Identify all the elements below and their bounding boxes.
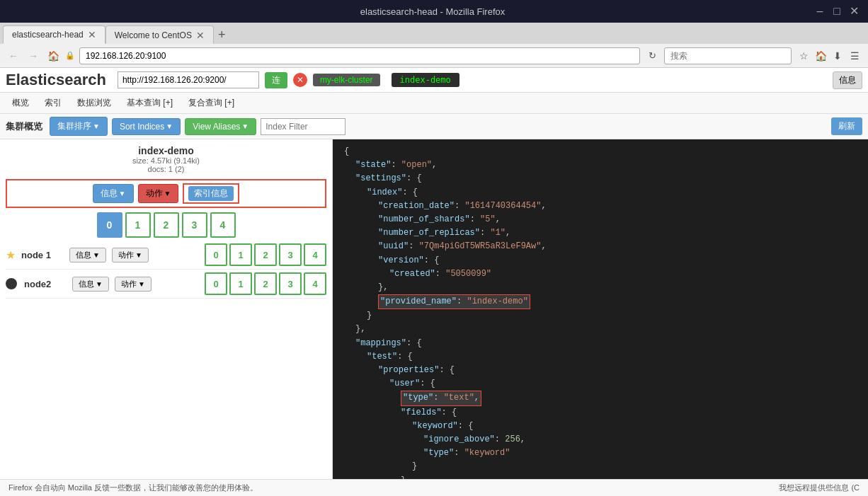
addressbar: ← → 🏠 🔒 ↻ ☆ 🏠 ⬇ ☰ [0, 44, 868, 68]
nav-overview[interactable]: 概览 [6, 95, 35, 111]
minimize-button[interactable]: – [814, 6, 826, 17]
tab-close-icon[interactable]: ✕ [196, 30, 205, 41]
node1-shard-1: 1 [229, 243, 252, 266]
connect-url-input[interactable] [118, 71, 259, 88]
refresh-button[interactable]: 刷新 [831, 117, 862, 135]
json-line: "version": { [378, 254, 857, 267]
json-content: { "state": "open", "settings": { "index"… [333, 139, 868, 479]
view-aliases-button[interactable]: View Aliases ▼ [185, 118, 256, 135]
json-line: "keyword": { [412, 420, 857, 433]
disconnect-button[interactable]: ✕ [293, 73, 307, 87]
app-title: Elasticsearch [6, 71, 106, 89]
node2-row: node2 信息 ▼ 动作 ▼ 0 1 2 3 4 [6, 270, 326, 299]
view-aliases-arrow: ▼ [241, 122, 249, 130]
node2-shard-0: 0 [205, 272, 227, 295]
index-actions-highlight: 信息 ▼ 动作 ▼ 索引信息 [6, 179, 326, 208]
home-button[interactable]: 🏠 [45, 48, 61, 64]
tab-welcome-centos[interactable]: Welcome to CentOS ✕ [105, 25, 214, 44]
node1-shard-0: 0 [205, 243, 227, 266]
cluster-sort-arrow: ▼ [93, 122, 100, 130]
tab-label: elasticsearch-head [12, 30, 84, 40]
menu-icon[interactable]: ☰ [847, 48, 862, 64]
json-line: "uuid": "7Qm4piGdT5WR5aR3LeF9Aw", [378, 240, 857, 253]
new-tab-button[interactable]: + [214, 25, 230, 44]
statusbar-right: 我想远程提供些信息 (C [779, 483, 860, 493]
index-demo-tab[interactable]: index-demo [392, 73, 459, 87]
index-info-popup: 索引信息 [183, 183, 239, 204]
json-line: "test": { [367, 350, 857, 364]
json-line: "state": "open", [355, 158, 857, 172]
node2-info-button[interactable]: 信息 ▼ [72, 277, 109, 292]
node2-name: node2 [24, 279, 67, 289]
cluster-name: my-elk-cluster [313, 74, 380, 86]
nav-basic-query[interactable]: 基本查询 [+] [120, 95, 179, 111]
close-button[interactable]: ✕ [848, 6, 860, 17]
nav-complex-query[interactable]: 复合查询 [+] [182, 95, 241, 111]
index-actions-dropdown[interactable]: 动作 ▼ [138, 184, 179, 203]
nav-data-browse[interactable]: 数据浏览 [71, 95, 118, 111]
index-info-button[interactable]: 索引信息 [188, 186, 234, 201]
json-line: "properties": { [378, 364, 857, 377]
json-line: { [344, 145, 857, 158]
node2-action-arrow: ▼ [138, 280, 145, 288]
json-line-highlight: "provided_name": "index-demo" [378, 294, 857, 309]
node2-shards: 0 1 2 3 4 [205, 272, 326, 295]
json-line: "index": { [367, 186, 857, 200]
back-button[interactable]: ← [6, 48, 21, 64]
tab-elasticsearch-head[interactable]: elasticsearch-head ✕ [3, 25, 105, 44]
index-docs: docs: 1 (2) [6, 165, 326, 173]
json-line: "user": { [389, 377, 857, 391]
home-icon[interactable]: 🏠 [813, 48, 828, 64]
json-line: "settings": { [355, 172, 857, 185]
connect-button[interactable]: 连 [265, 72, 287, 88]
titlebar: elasticsearch-head - Mozilla Firefox – □… [0, 0, 868, 23]
json-line-highlight2: "type": "text", [401, 391, 857, 405]
tab-close-icon[interactable]: ✕ [88, 29, 96, 40]
master-star-icon: ★ [6, 248, 16, 262]
node2-shard-2: 2 [254, 272, 277, 295]
json-line: } [401, 474, 857, 480]
node2-dot-icon [6, 278, 17, 289]
toolbar: 集群概览 集群排序 ▼ Sort Indices ▼ View Aliases … [0, 114, 868, 139]
shard-0-primary: 0 [97, 212, 122, 238]
reload-button[interactable]: ↻ [644, 48, 660, 64]
node1-action-button[interactable]: 动作 ▼ [112, 248, 149, 263]
bookmark-icon[interactable]: ☆ [796, 48, 811, 64]
security-icon: 🔒 [65, 51, 75, 60]
shard-3-primary: 3 [182, 212, 207, 238]
sort-indices-button[interactable]: Sort Indices ▼ [112, 118, 181, 135]
index-filter-input[interactable] [261, 118, 346, 135]
node2-action-button[interactable]: 动作 ▼ [115, 277, 152, 292]
forward-button[interactable]: → [25, 48, 41, 64]
info-button[interactable]: 信息 [833, 71, 862, 89]
url-input[interactable] [79, 47, 640, 64]
cluster-overview-label: 集群概览 [6, 120, 42, 133]
json-line: "creation_date": "1614740364454", [378, 200, 857, 213]
maximize-button[interactable]: □ [831, 6, 843, 17]
node1-shard-4: 4 [304, 243, 326, 266]
left-panel: index-demo size: 4.57ki (9.14ki) docs: 1… [0, 139, 333, 479]
shard-1-primary: 1 [125, 212, 151, 238]
json-line: "number_of_replicas": "1", [378, 226, 857, 240]
node1-info-arrow: ▼ [93, 251, 100, 259]
cluster-sort-label: 集群排序 [57, 120, 91, 132]
cluster-sort-button[interactable]: 集群排序 ▼ [50, 117, 108, 136]
json-line: "number_of_shards": "5", [378, 213, 857, 226]
json-line: } [412, 460, 857, 473]
nav-menu: 概览 索引 数据浏览 基本查询 [+] 复合查询 [+] [0, 93, 868, 114]
index-name: index-demo [6, 145, 326, 156]
node2-shard-3: 3 [279, 272, 302, 295]
json-line: "mappings": { [355, 337, 857, 350]
search-input[interactable] [664, 47, 792, 64]
titlebar-title: elasticsearch-head - Mozilla Firefox [51, 6, 814, 17]
statusbar-left: Firefox 会自动向 Mozilla 反馈一些数据，让我们能够改善您的使用体… [8, 483, 258, 493]
download-icon[interactable]: ⬇ [830, 48, 845, 64]
view-aliases-label: View Aliases [193, 122, 240, 132]
tab-label: Welcome to CentOS [115, 30, 192, 40]
nav-indices[interactable]: 索引 [38, 95, 68, 111]
node1-shards: 0 1 2 3 4 [205, 243, 326, 266]
index-card: index-demo size: 4.57ki (9.14ki) docs: 1… [6, 145, 326, 173]
app-header: Elasticsearch 连 ✕ my-elk-cluster index-d… [0, 68, 868, 93]
index-info-dropdown[interactable]: 信息 ▼ [93, 184, 134, 203]
node1-info-button[interactable]: 信息 ▼ [69, 248, 106, 263]
